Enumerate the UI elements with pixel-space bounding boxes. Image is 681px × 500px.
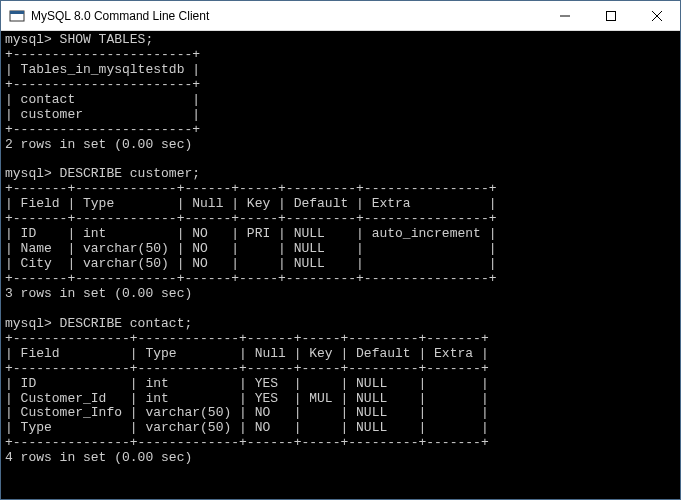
mysql-icon [9, 8, 25, 24]
maximize-button[interactable] [588, 1, 634, 30]
close-button[interactable] [634, 1, 680, 30]
svg-rect-3 [607, 11, 616, 20]
terminal-output[interactable]: mysql> SHOW TABLES; +-------------------… [1, 31, 680, 499]
window-controls [542, 1, 680, 30]
svg-rect-1 [10, 11, 24, 14]
titlebar: MySQL 8.0 Command Line Client [1, 1, 680, 31]
app-window: MySQL 8.0 Command Line Client mysql> SHO… [0, 0, 681, 500]
window-title: MySQL 8.0 Command Line Client [31, 9, 542, 23]
minimize-button[interactable] [542, 1, 588, 30]
